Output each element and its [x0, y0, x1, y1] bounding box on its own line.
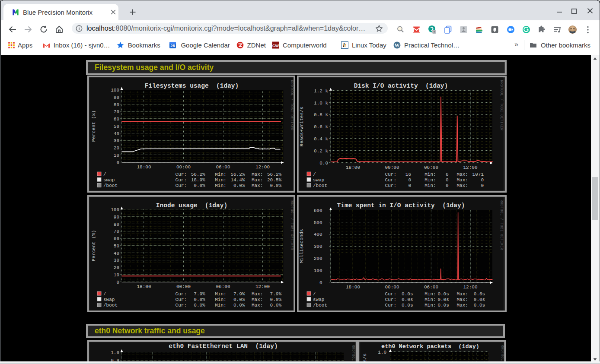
svg-text:Max:: Max:	[457, 291, 468, 297]
svg-text:12:00: 12:00	[255, 165, 270, 170]
svg-text:1.0: 1.0	[378, 350, 386, 355]
svg-text:/: /	[313, 291, 316, 297]
svg-text:CW: CW	[272, 44, 279, 48]
svg-text:Cur:: Cur:	[385, 297, 396, 302]
svg-text:Cur:: Cur:	[176, 183, 187, 188]
svg-text:00:00: 00:00	[385, 285, 399, 290]
svg-text:Cur:: Cur:	[385, 172, 396, 177]
svg-text:Cur:: Cur:	[176, 291, 187, 297]
svg-text:0.0%: 0.0%	[270, 183, 282, 188]
svg-text:Max:: Max:	[457, 177, 468, 183]
svg-text:0: 0	[481, 183, 484, 188]
svg-text:0.0%: 0.0%	[194, 183, 205, 188]
svg-text:1.0 k: 1.0 k	[314, 101, 328, 106]
svg-text:70: 70	[114, 229, 119, 234]
svg-text:Min:: Min:	[424, 297, 436, 302]
svg-text:20: 20	[114, 265, 119, 270]
svg-text:0.6 k: 0.6 k	[314, 124, 328, 130]
svg-text:06:00: 06:00	[216, 165, 230, 170]
svg-text:Max:: Max:	[252, 177, 263, 183]
svg-text:Max:: Max:	[457, 172, 468, 177]
svg-text:0.6s: 0.6s	[474, 291, 485, 297]
svg-text:0: 0	[408, 183, 411, 188]
svg-text:50: 50	[114, 124, 119, 129]
svg-text:0: 0	[446, 177, 449, 183]
svg-text:40: 40	[114, 251, 119, 256]
svg-text:eth0 Network packets (1day): eth0 Network packets (1day)	[381, 343, 479, 350]
svg-text:14.4%: 14.4%	[230, 177, 245, 183]
svg-text:7.9%: 7.9%	[233, 291, 245, 297]
svg-text:18:00: 18:00	[346, 165, 360, 170]
svg-text:0.0%: 0.0%	[233, 183, 245, 188]
svg-text:Cur:: Cur:	[176, 303, 187, 308]
svg-text:12:00: 12:00	[463, 285, 477, 290]
svg-text:18:00: 18:00	[137, 165, 151, 170]
svg-text:eth0 Network traffic and usage: eth0 Network traffic and usage	[95, 326, 205, 335]
svg-text:06:00: 06:00	[424, 165, 438, 170]
svg-text:0.0s: 0.0s	[437, 303, 449, 308]
svg-text:Filesystems usage (1day): Filesystems usage (1day)	[145, 82, 239, 89]
svg-text:56.2%: 56.2%	[191, 172, 205, 177]
svg-text:1.2 k: 1.2 k	[314, 89, 328, 94]
svg-text:Max:: Max:	[457, 297, 468, 302]
svg-text:10: 10	[114, 272, 119, 278]
svg-text:Cur:: Cur:	[176, 172, 187, 177]
svg-text:/: /	[103, 172, 106, 177]
svg-text:0: 0	[481, 177, 484, 183]
svg-text:80: 80	[114, 102, 119, 108]
svg-text:swap: swap	[313, 177, 324, 183]
svg-text:W: W	[395, 42, 400, 48]
svg-text:Disk I/O activity (1day): Disk I/O activity (1day)	[354, 82, 448, 89]
svg-text:400: 400	[314, 232, 322, 237]
svg-text:0.0%: 0.0%	[233, 303, 245, 308]
svg-text:100: 100	[111, 207, 119, 212]
svg-text:40: 40	[114, 131, 119, 136]
svg-text:0.0s: 0.0s	[474, 303, 485, 308]
svg-text:100: 100	[111, 88, 119, 93]
svg-text:RRDTOOL / TOBI OETIKER: RRDTOOL / TOBI OETIKER	[290, 200, 294, 250]
svg-text:Percent (%): Percent (%)	[91, 111, 96, 142]
svg-text:0.0s: 0.0s	[474, 297, 485, 302]
svg-text:Max:: Max:	[252, 183, 263, 188]
svg-text:90: 90	[114, 215, 119, 220]
svg-text:Reads+Writes/s: Reads+Writes/s	[299, 107, 304, 146]
svg-text:Min:: Min:	[424, 177, 436, 183]
svg-text:t: t	[345, 42, 346, 48]
svg-text:Min:: Min:	[215, 291, 226, 297]
svg-text:06:00: 06:00	[216, 284, 230, 289]
svg-text:80: 80	[114, 222, 119, 227]
svg-text:Min:: Min:	[215, 297, 226, 302]
svg-text:1.0: 1.0	[111, 350, 119, 355]
svg-text:100: 100	[314, 268, 322, 273]
svg-text:Max:: Max:	[252, 303, 263, 308]
svg-text:/boot: /boot	[313, 303, 327, 308]
svg-text:Min:: Min:	[424, 172, 436, 177]
svg-text:swap: swap	[103, 297, 115, 302]
svg-text:Cur:: Cur:	[176, 297, 187, 302]
svg-text:0.0s: 0.0s	[437, 297, 449, 302]
svg-text:6: 6	[446, 172, 449, 177]
svg-text:Min:: Min:	[215, 172, 226, 177]
svg-text:70: 70	[114, 109, 119, 114]
svg-text:18.9%: 18.9%	[191, 177, 205, 183]
svg-text:eth0 FastEthernet LAN (1day): eth0 FastEthernet LAN (1day)	[169, 343, 278, 350]
svg-text:Min:: Min:	[215, 303, 226, 308]
svg-text:Min:: Min:	[424, 303, 436, 308]
svg-text:Min:: Min:	[424, 183, 436, 188]
svg-text:50: 50	[114, 244, 119, 249]
svg-text:Max:: Max:	[252, 172, 263, 177]
svg-text:0.0: 0.0	[319, 161, 328, 166]
svg-text:Min:: Min:	[215, 177, 226, 183]
svg-text:60: 60	[114, 117, 119, 122]
svg-text:0: 0	[319, 280, 322, 285]
svg-text:12:00: 12:00	[463, 165, 477, 170]
svg-text:Min:: Min:	[215, 183, 226, 188]
svg-text:Cur:: Cur:	[385, 177, 396, 183]
svg-text:/boot: /boot	[103, 183, 118, 188]
svg-text:0.2 k: 0.2 k	[314, 149, 328, 154]
svg-text:0.0s: 0.0s	[402, 303, 413, 308]
svg-text:0.0%: 0.0%	[270, 297, 282, 302]
svg-text:0.8 k: 0.8 k	[314, 112, 328, 117]
svg-text:600: 600	[314, 208, 322, 213]
svg-text:0: 0	[408, 177, 411, 183]
